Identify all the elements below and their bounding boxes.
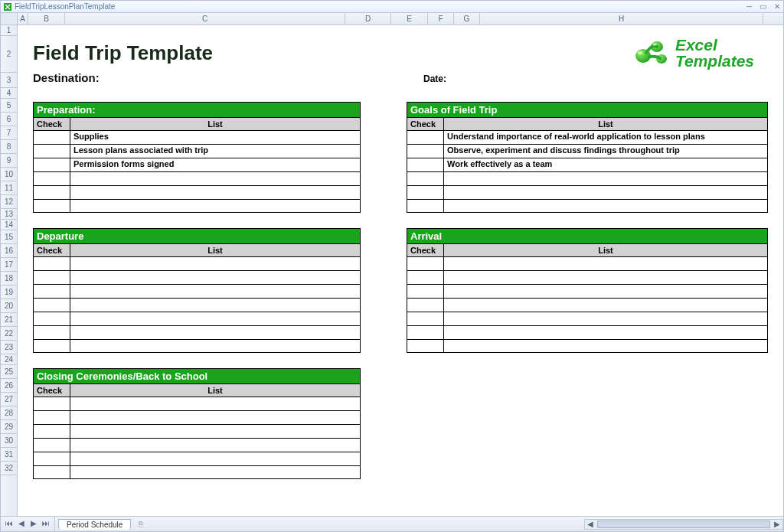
departure-row[interactable] [33,256,361,270]
arrival-row[interactable] [407,339,768,353]
goals-list-cell[interactable]: Understand importance of real-world appl… [444,131,767,144]
arrival-row[interactable] [407,284,768,298]
departure-list-cell[interactable] [70,285,360,298]
row-header-13[interactable]: 13 [1,209,17,220]
preparation-row[interactable]: Lesson plans associated with trip [33,144,361,158]
arrival-list-cell[interactable] [444,340,767,352]
column-header-D[interactable]: D [345,13,391,24]
goals-check-cell[interactable] [407,158,444,171]
preparation-row[interactable] [33,185,361,199]
preparation-check-cell[interactable] [34,186,70,199]
goals-list-cell[interactable]: Observe, experiment and discuss findings… [444,145,767,158]
tab-nav-first-icon[interactable]: ⏮ [4,519,15,530]
row-header-8[interactable]: 8 [1,140,17,154]
preparation-list-cell[interactable]: Permission forms signed [70,158,360,171]
scroll-right-icon[interactable]: ▶ [772,520,782,528]
goals-check-cell[interactable] [407,172,444,185]
departure-list-cell[interactable] [70,299,360,312]
row-header-12[interactable]: 12 [1,195,17,209]
goals-list-cell[interactable] [444,200,767,212]
row-header-26[interactable]: 26 [1,379,17,393]
row-header-1[interactable]: 1 [1,25,17,36]
row-header-21[interactable]: 21 [1,313,17,327]
row-header-24[interactable]: 24 [1,354,17,365]
preparation-list-cell[interactable] [70,172,360,185]
departure-list-cell[interactable] [70,326,360,339]
arrival-check-cell[interactable] [407,340,444,352]
maximize-icon[interactable]: ▭ [760,2,766,11]
closing-check-cell[interactable] [34,452,70,465]
closing-check-cell[interactable] [34,397,70,410]
row-header-23[interactable]: 23 [1,341,17,354]
scroll-left-icon[interactable]: ◀ [585,520,596,528]
closing-row[interactable] [33,438,361,452]
row-header-16[interactable]: 16 [1,244,17,258]
departure-check-cell[interactable] [34,312,70,325]
worksheet-area[interactable]: Field Trip Template [18,25,783,516]
arrival-check-cell[interactable] [407,257,444,270]
preparation-row[interactable] [33,199,361,213]
preparation-row[interactable]: Permission forms signed [33,158,361,171]
departure-list-cell[interactable] [70,312,360,325]
column-header-B[interactable]: B [28,13,65,24]
row-header-3[interactable]: 3 [1,73,17,88]
closing-row[interactable] [33,397,361,410]
horizontal-scrollbar[interactable]: ◀ ▶ [584,519,783,530]
departure-list-cell[interactable] [70,340,360,352]
arrival-row[interactable] [407,270,768,284]
goals-row[interactable] [407,185,768,199]
tab-nav-prev-icon[interactable]: ◀ [16,519,27,530]
closing-row[interactable] [33,452,361,465]
departure-row[interactable] [33,312,361,325]
row-header-11[interactable]: 11 [1,181,17,195]
arrival-row[interactable] [407,256,768,270]
row-header-17[interactable]: 17 [1,258,17,272]
preparation-list-cell[interactable] [70,186,360,199]
column-header-H[interactable]: H [480,13,763,24]
row-header-31[interactable]: 31 [1,448,17,462]
departure-row[interactable] [33,298,361,312]
closing-list-cell[interactable] [70,466,360,478]
departure-row[interactable] [33,339,361,353]
arrival-list-cell[interactable] [444,285,767,298]
column-headers[interactable]: ABCDEFGH [1,13,783,25]
goals-row[interactable]: Understand importance of real-world appl… [407,130,768,144]
preparation-check-cell[interactable] [34,145,70,158]
departure-check-cell[interactable] [34,326,70,339]
goals-check-cell[interactable] [407,131,444,144]
tab-nav-last-icon[interactable]: ⏭ [41,519,51,530]
row-header-19[interactable]: 19 [1,286,17,299]
column-header-C[interactable]: C [65,13,345,24]
departure-row[interactable] [33,270,361,284]
row-header-10[interactable]: 10 [1,168,17,181]
arrival-row[interactable] [407,298,768,312]
goals-row[interactable]: Work effectively as a team [407,158,768,171]
closing-check-cell[interactable] [34,439,70,452]
departure-check-cell[interactable] [34,257,70,270]
departure-check-cell[interactable] [34,271,70,284]
row-header-22[interactable]: 22 [1,327,17,341]
arrival-check-cell[interactable] [407,299,444,312]
closing-list-cell[interactable] [70,397,360,410]
row-header-6[interactable]: 6 [1,113,17,126]
closing-check-cell[interactable] [34,425,70,438]
departure-list-cell[interactable] [70,257,360,270]
preparation-row[interactable] [33,171,361,185]
row-header-18[interactable]: 18 [1,272,17,286]
closing-check-cell[interactable] [34,411,70,424]
goals-check-cell[interactable] [407,200,444,212]
preparation-check-cell[interactable] [34,200,70,212]
preparation-list-cell[interactable]: Lesson plans associated with trip [70,145,360,158]
column-header-A[interactable]: A [18,13,28,24]
row-header-27[interactable]: 27 [1,393,17,406]
closing-row[interactable] [33,465,361,479]
preparation-row[interactable]: Supplies [33,130,361,144]
row-header-20[interactable]: 20 [1,299,17,313]
departure-row[interactable] [33,325,361,339]
select-all-corner[interactable] [1,13,18,24]
closing-check-cell[interactable] [34,466,70,478]
goals-list-cell[interactable] [444,186,767,199]
row-header-5[interactable]: 5 [1,99,17,113]
preparation-check-cell[interactable] [34,131,70,144]
preparation-list-cell[interactable]: Supplies [70,131,360,144]
